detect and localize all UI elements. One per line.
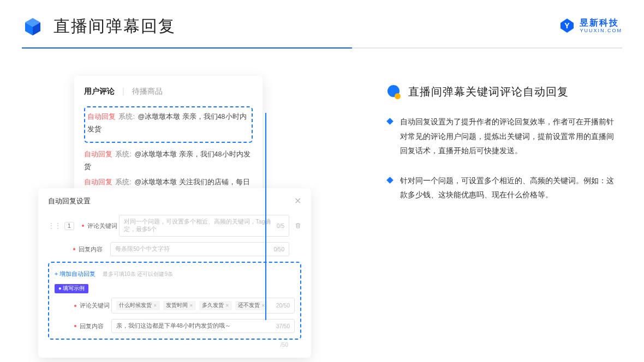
system-label: 系统: <box>115 178 131 186</box>
required-dot <box>74 325 76 327</box>
delete-icon[interactable] <box>295 222 301 229</box>
tag-chip: 多久发货✕ <box>199 301 232 310</box>
tag-chip: 什么时候发货✕ <box>116 301 160 310</box>
bullet-icon <box>386 177 393 184</box>
modal-title: 自动回复设置 <box>48 196 91 206</box>
add-rule-hint: 最多可填10条 还可以创建9条 <box>103 271 173 277</box>
chat-bubble-icon <box>387 85 402 99</box>
tag-remove-icon[interactable]: ✕ <box>261 303 265 308</box>
example-keyword-box: 什么时候发货✕ 发货时间✕ 多久发货✕ 还不发货✕ 20/50 <box>111 298 295 313</box>
tab-separator: | <box>122 87 124 96</box>
example-pill: ● 填写示例 <box>55 284 88 293</box>
brand-logo-icon: Y <box>559 17 575 34</box>
tag-remove-icon[interactable]: ✕ <box>189 303 193 308</box>
connector-line <box>265 113 266 320</box>
close-icon[interactable]: ✕ <box>294 196 301 206</box>
keyword-label: 评论关键词 <box>80 301 111 310</box>
keyword-label: 评论关键词 <box>87 222 119 230</box>
required-dot <box>82 225 84 227</box>
tag-chip: 还不发货✕ <box>235 301 268 310</box>
settings-modal: 自动回复设置 ✕ ⋮⋮ 1 评论关键词 对同一个问题，可设置多个相近、高频的关键… <box>38 188 311 358</box>
required-dot <box>74 305 76 307</box>
required-dot <box>73 248 75 250</box>
system-label: 系统: <box>115 150 131 158</box>
tag-remove-icon[interactable]: ✕ <box>225 303 229 308</box>
auto-reply-tag: 自动回复 <box>87 113 116 120</box>
system-label: 系统: <box>118 113 134 120</box>
content-label: 回复内容 <box>79 245 110 254</box>
add-rule-link[interactable]: + 增加自动回复 <box>55 270 96 277</box>
bullet-text: 针对同一个问题，可设置多个相近的、高频的关键词。例如：这款多少钱、这块能优惠吗、… <box>400 173 617 202</box>
auto-reply-tag: 自动回复 <box>84 178 112 186</box>
tag-chip: 发货时间✕ <box>163 301 196 310</box>
content-label: 回复内容 <box>80 322 111 330</box>
tab-user-comments[interactable]: 用户评论 <box>84 87 115 96</box>
cube-icon <box>22 16 44 38</box>
svg-text:Y: Y <box>565 21 570 30</box>
section-title: 直播间弹幕关键词评论自动回复 <box>408 85 569 99</box>
tab-pending-goods[interactable]: 待播商品 <box>132 87 163 96</box>
auto-reply-tag: 自动回复 <box>84 150 112 158</box>
rule-number: 1 <box>64 222 74 230</box>
drag-handle-icon[interactable]: ⋮⋮ <box>48 222 61 230</box>
bullet-icon <box>386 118 393 125</box>
bottom-counter: /50 <box>48 342 301 348</box>
example-content-box: 亲，我们这边都是下单48小时内发货的哦～ 37/50 <box>111 319 295 333</box>
bullet-text: 自动回复设置为了提升作者的评论回复效率，作者可在开播前针对常见的评论用户问题，提… <box>400 114 617 158</box>
brand-url: YUUXIN.COM <box>580 28 622 33</box>
brand-name: 昱新科技 <box>580 19 622 27</box>
page-title: 直播间弹幕回复 <box>53 15 176 38</box>
tag-remove-icon[interactable]: ✕ <box>153 303 157 308</box>
example-block: + 增加自动回复 最多可填10条 还可以创建9条 ● 填写示例 评论关键词 什么… <box>48 262 301 340</box>
content-input[interactable]: 每条限50个中文字符 0/50 <box>110 242 289 256</box>
highlight-message: 自动回复 系统: @冰墩墩本墩 亲亲，我们48小时内发货 <box>84 106 253 143</box>
keyword-input[interactable]: 对同一个问题，可设置多个相近、高频的关键词，Tag确定，最多5个 0/5 <box>119 215 289 237</box>
brand-block: Y 昱新科技 YUUXIN.COM <box>559 17 622 34</box>
